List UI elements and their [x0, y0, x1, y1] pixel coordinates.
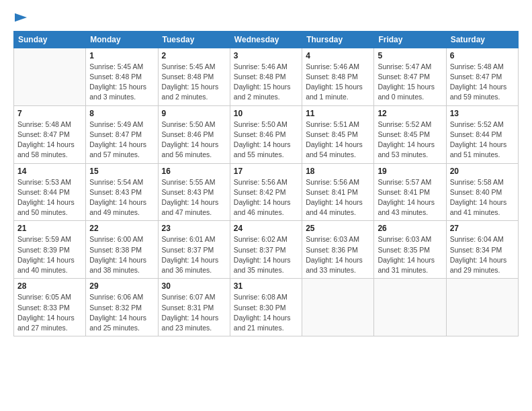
- day-info: Sunrise: 5:50 AM Sunset: 8:46 PM Dayligh…: [162, 120, 226, 161]
- day-info: Sunrise: 5:53 AM Sunset: 8:44 PM Dayligh…: [17, 177, 82, 218]
- day-number: 19: [378, 167, 442, 176]
- svg-marker-0: [15, 13, 27, 22]
- day-number: 9: [162, 109, 226, 118]
- day-cell: 4Sunrise: 5:46 AM Sunset: 8:48 PM Daylig…: [302, 48, 374, 105]
- day-info: Sunrise: 5:46 AM Sunset: 8:48 PM Dayligh…: [306, 62, 370, 103]
- day-number: 21: [17, 224, 82, 233]
- day-info: Sunrise: 6:05 AM Sunset: 8:33 PM Dayligh…: [17, 292, 82, 333]
- day-number: 24: [234, 224, 298, 233]
- day-info: Sunrise: 6:03 AM Sunset: 8:35 PM Dayligh…: [378, 234, 442, 275]
- day-number: 31: [234, 281, 298, 291]
- day-cell: 28Sunrise: 6:05 AM Sunset: 8:33 PM Dayli…: [14, 279, 86, 336]
- col-header-friday: Friday: [374, 31, 446, 48]
- day-number: 16: [162, 167, 226, 176]
- day-info: Sunrise: 5:52 AM Sunset: 8:44 PM Dayligh…: [450, 120, 515, 161]
- day-number: 15: [89, 167, 154, 176]
- day-cell: 27Sunrise: 6:04 AM Sunset: 8:34 PM Dayli…: [446, 221, 518, 279]
- day-info: Sunrise: 5:58 AM Sunset: 8:40 PM Dayligh…: [450, 177, 515, 218]
- day-cell: 1Sunrise: 5:45 AM Sunset: 8:48 PM Daylig…: [86, 48, 158, 105]
- day-cell: 26Sunrise: 6:03 AM Sunset: 8:35 PM Dayli…: [374, 221, 446, 279]
- day-info: Sunrise: 5:57 AM Sunset: 8:41 PM Dayligh…: [378, 177, 442, 218]
- day-info: Sunrise: 5:55 AM Sunset: 8:43 PM Dayligh…: [162, 177, 226, 218]
- day-cell: [446, 279, 518, 336]
- header: [13, 11, 519, 24]
- day-cell: 22Sunrise: 6:00 AM Sunset: 8:38 PM Dayli…: [86, 221, 158, 279]
- day-cell: 6Sunrise: 5:48 AM Sunset: 8:47 PM Daylig…: [446, 48, 518, 105]
- week-row-4: 21Sunrise: 5:59 AM Sunset: 8:39 PM Dayli…: [14, 221, 519, 279]
- col-header-tuesday: Tuesday: [158, 31, 230, 48]
- day-number: 8: [89, 109, 154, 118]
- day-info: Sunrise: 5:59 AM Sunset: 8:39 PM Dayligh…: [17, 234, 82, 275]
- day-info: Sunrise: 6:01 AM Sunset: 8:37 PM Dayligh…: [162, 234, 226, 275]
- day-number: 4: [306, 51, 370, 60]
- day-info: Sunrise: 6:06 AM Sunset: 8:32 PM Dayligh…: [89, 292, 154, 333]
- day-number: 28: [17, 281, 82, 291]
- day-info: Sunrise: 5:51 AM Sunset: 8:45 PM Dayligh…: [306, 120, 370, 161]
- day-cell: 7Sunrise: 5:48 AM Sunset: 8:47 PM Daylig…: [14, 105, 86, 163]
- day-number: 6: [450, 51, 515, 60]
- day-number: 12: [378, 109, 442, 118]
- day-number: 26: [378, 224, 442, 233]
- day-cell: 5Sunrise: 5:47 AM Sunset: 8:47 PM Daylig…: [374, 48, 446, 105]
- day-cell: 31Sunrise: 6:08 AM Sunset: 8:30 PM Dayli…: [230, 279, 302, 336]
- logo-text: [13, 11, 27, 24]
- day-cell: 10Sunrise: 5:50 AM Sunset: 8:46 PM Dayli…: [230, 105, 302, 163]
- day-info: Sunrise: 5:48 AM Sunset: 8:47 PM Dayligh…: [450, 62, 515, 103]
- day-number: 3: [234, 51, 298, 60]
- day-info: Sunrise: 6:07 AM Sunset: 8:31 PM Dayligh…: [162, 292, 226, 333]
- day-cell: 30Sunrise: 6:07 AM Sunset: 8:31 PM Dayli…: [158, 279, 230, 336]
- day-cell: 14Sunrise: 5:53 AM Sunset: 8:44 PM Dayli…: [14, 163, 86, 221]
- day-number: 7: [17, 109, 82, 118]
- day-number: 22: [89, 224, 154, 233]
- day-info: Sunrise: 5:50 AM Sunset: 8:46 PM Dayligh…: [234, 120, 298, 161]
- day-cell: 11Sunrise: 5:51 AM Sunset: 8:45 PM Dayli…: [302, 105, 374, 163]
- day-cell: [14, 48, 86, 105]
- day-cell: [374, 279, 446, 336]
- day-info: Sunrise: 5:52 AM Sunset: 8:45 PM Dayligh…: [378, 120, 442, 161]
- day-info: Sunrise: 5:48 AM Sunset: 8:47 PM Dayligh…: [17, 120, 82, 161]
- col-header-saturday: Saturday: [446, 31, 518, 48]
- day-info: Sunrise: 5:45 AM Sunset: 8:48 PM Dayligh…: [89, 62, 154, 103]
- day-cell: 2Sunrise: 5:45 AM Sunset: 8:48 PM Daylig…: [158, 48, 230, 105]
- day-info: Sunrise: 6:00 AM Sunset: 8:38 PM Dayligh…: [89, 234, 154, 275]
- logo: [13, 11, 27, 24]
- day-number: 25: [306, 224, 370, 233]
- calendar-table: SundayMondayTuesdayWednesdayThursdayFrid…: [13, 31, 519, 336]
- day-number: 27: [450, 224, 515, 233]
- day-number: 17: [234, 167, 298, 176]
- day-cell: 3Sunrise: 5:46 AM Sunset: 8:48 PM Daylig…: [230, 48, 302, 105]
- week-row-3: 14Sunrise: 5:53 AM Sunset: 8:44 PM Dayli…: [14, 163, 519, 221]
- day-info: Sunrise: 5:47 AM Sunset: 8:47 PM Dayligh…: [378, 62, 442, 103]
- day-info: Sunrise: 5:54 AM Sunset: 8:43 PM Dayligh…: [89, 177, 154, 218]
- day-number: 20: [450, 167, 515, 176]
- day-number: 18: [306, 167, 370, 176]
- col-header-monday: Monday: [86, 31, 158, 48]
- day-cell: 21Sunrise: 5:59 AM Sunset: 8:39 PM Dayli…: [14, 221, 86, 279]
- day-info: Sunrise: 6:03 AM Sunset: 8:36 PM Dayligh…: [306, 234, 370, 275]
- day-cell: 13Sunrise: 5:52 AM Sunset: 8:44 PM Dayli…: [446, 105, 518, 163]
- day-cell: 18Sunrise: 5:56 AM Sunset: 8:41 PM Dayli…: [302, 163, 374, 221]
- day-cell: [302, 279, 374, 336]
- day-info: Sunrise: 6:04 AM Sunset: 8:34 PM Dayligh…: [450, 234, 515, 275]
- day-number: 30: [162, 281, 226, 291]
- week-row-2: 7Sunrise: 5:48 AM Sunset: 8:47 PM Daylig…: [14, 105, 519, 163]
- day-info: Sunrise: 5:56 AM Sunset: 8:42 PM Dayligh…: [234, 177, 298, 218]
- day-cell: 19Sunrise: 5:57 AM Sunset: 8:41 PM Dayli…: [374, 163, 446, 221]
- col-header-sunday: Sunday: [14, 31, 86, 48]
- day-info: Sunrise: 6:08 AM Sunset: 8:30 PM Dayligh…: [234, 292, 298, 333]
- day-number: 5: [378, 51, 442, 60]
- day-cell: 17Sunrise: 5:56 AM Sunset: 8:42 PM Dayli…: [230, 163, 302, 221]
- day-cell: 24Sunrise: 6:02 AM Sunset: 8:37 PM Dayli…: [230, 221, 302, 279]
- day-cell: 8Sunrise: 5:49 AM Sunset: 8:47 PM Daylig…: [86, 105, 158, 163]
- day-cell: 16Sunrise: 5:55 AM Sunset: 8:43 PM Dayli…: [158, 163, 230, 221]
- day-number: 14: [17, 167, 82, 176]
- day-number: 11: [306, 109, 370, 118]
- week-row-1: 1Sunrise: 5:45 AM Sunset: 8:48 PM Daylig…: [14, 48, 519, 105]
- day-info: Sunrise: 5:45 AM Sunset: 8:48 PM Dayligh…: [162, 62, 226, 103]
- day-number: 10: [234, 109, 298, 118]
- day-cell: 23Sunrise: 6:01 AM Sunset: 8:37 PM Dayli…: [158, 221, 230, 279]
- header-row: SundayMondayTuesdayWednesdayThursdayFrid…: [14, 31, 519, 48]
- day-info: Sunrise: 5:49 AM Sunset: 8:47 PM Dayligh…: [89, 120, 154, 161]
- col-header-thursday: Thursday: [302, 31, 374, 48]
- col-header-wednesday: Wednesday: [230, 31, 302, 48]
